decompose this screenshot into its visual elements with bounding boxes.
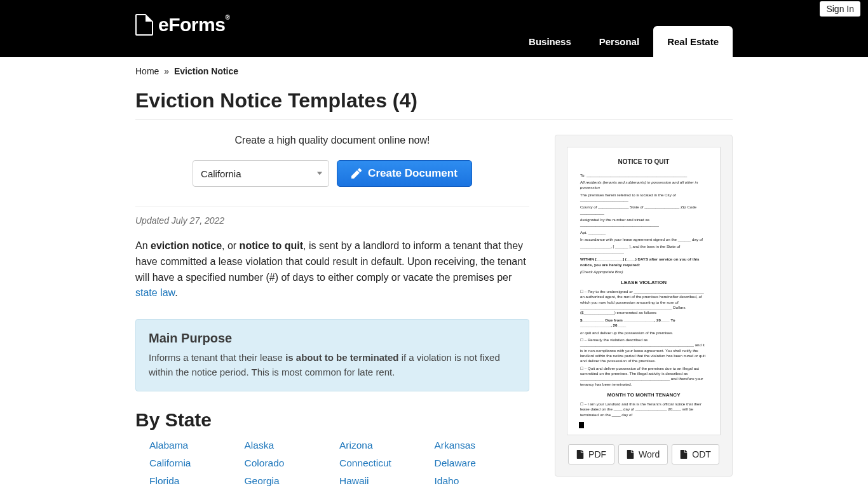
logo[interactable]: eForms® [135,14,229,36]
state-law-link[interactable]: state law [135,287,175,298]
state-select[interactable]: California [193,160,329,187]
download-pdf-button[interactable]: PDF [568,444,614,464]
main-purpose-box: Main Purpose Informs a tenant that their… [135,319,529,391]
create-lead: Create a high quality document online no… [135,135,529,146]
intro-paragraph: An eviction notice, or notice to quit, i… [135,238,529,301]
download-word-button[interactable]: Word [618,444,668,464]
state-link[interactable]: Connecticut [339,458,435,469]
document-preview-card: NOTICE TO QUIT To: _____________________… [555,135,733,477]
state-link[interactable]: Georgia [245,475,340,487]
state-link[interactable]: Arkansas [435,440,530,451]
page-title: Eviction Notice Templates (4) [135,89,733,112]
doc-sub-lease: LEASE VIOLATION [580,280,707,287]
page-icon [579,422,584,428]
title-rule [135,119,733,119]
logo-text: eForms® [158,14,229,36]
state-link[interactable]: Alaska [245,440,340,451]
file-icon [576,450,584,459]
doc-sub-m2m: MONTH TO MONTH TENANCY [580,392,707,399]
state-link[interactable]: Delaware [435,458,530,469]
pencil-icon [351,168,362,179]
sign-in-button[interactable]: Sign In [820,1,860,17]
doc-title: NOTICE TO QUIT [580,158,707,166]
state-link[interactable]: Hawaii [339,475,435,487]
main-purpose-title: Main Purpose [149,331,516,346]
breadcrumb-sep: » [164,66,169,76]
updated-date: Updated July 27, 2022 [135,215,529,226]
breadcrumb: Home » Eviction Notice [135,57,733,80]
nav-real-estate[interactable]: Real Estate [653,26,733,57]
state-link[interactable]: Colorado [245,458,340,469]
state-link[interactable]: Florida [149,475,245,487]
nav-business[interactable]: Business [515,26,585,57]
state-grid: Alabama Alaska Arizona Arkansas Californ… [135,440,529,488]
nav-personal[interactable]: Personal [585,26,653,57]
state-link[interactable]: Arizona [339,440,435,451]
breadcrumb-current: Eviction Notice [174,66,238,76]
document-preview[interactable]: NOTICE TO QUIT To: _____________________… [567,147,721,435]
state-select-value: California [201,168,241,179]
download-odt-button[interactable]: ODT [672,444,719,464]
document-icon [135,14,153,36]
state-link[interactable]: Idaho [435,475,530,487]
file-icon [680,450,688,459]
breadcrumb-home[interactable]: Home [135,66,159,76]
create-document-label: Create Document [368,167,458,180]
state-link[interactable]: Alabama [149,440,245,451]
sub-rule [135,206,529,207]
file-icon [627,450,634,459]
create-document-button[interactable]: Create Document [337,160,472,187]
by-state-heading: By State [135,409,529,431]
primary-nav: Business Personal Real Estate [515,26,733,57]
state-link[interactable]: California [149,458,245,469]
main-purpose-text: Informs a tenant that their lease is abo… [149,351,516,379]
